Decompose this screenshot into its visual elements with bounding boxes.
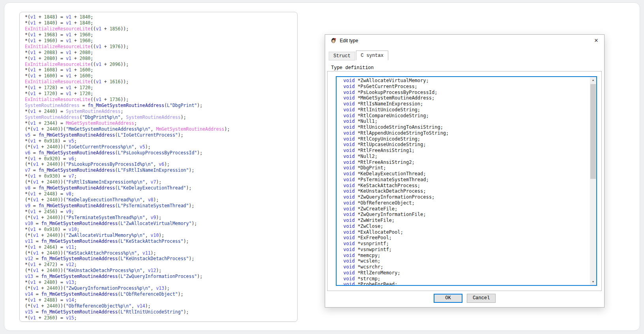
type-definition-line: void *PsGetCurrentProcess;: [343, 84, 590, 90]
pseudocode-line: v11 = fn_MmGetSystemRoutineAddress(L"KeS…: [25, 238, 230, 244]
type-definition-line: void *ZwCreateFile;: [343, 206, 590, 212]
close-button[interactable]: ✕: [588, 35, 604, 47]
ida-icon: [330, 38, 337, 44]
pseudocode-line: (*(v1 + 2440))("KeUnstackDetachProcess%p…: [25, 268, 230, 274]
pseudocode-line: ExInitializeResourceLite((v1 + 1856));: [25, 26, 230, 32]
type-definition-line: void *DbgPrint;: [343, 165, 590, 171]
pseudocode-line: *(v1 + 1608) = v1 + 1600;: [25, 67, 230, 73]
type-definition-line: void *ZwQueryInformationProcess;: [343, 194, 590, 200]
pseudocode-panel[interactable]: *(v1 + 1848) = v1 + 1840;*(v1 + 1840) = …: [19, 12, 298, 322]
type-definition-line: void *Null2;: [343, 154, 590, 159]
pseudocode-line: *(v1 + 2080) = v1 + 2080;: [25, 56, 230, 62]
type-definition-line: void *RtlIsNameInExpression;: [343, 101, 590, 107]
pseudocode-line: *(v1 + 2472) = v12;: [25, 262, 230, 268]
type-definition-line: void *RtlFreeAnsiString2;: [343, 159, 590, 165]
type-definition-line: void *KeStackAttachProcess;: [343, 183, 590, 189]
pseudocode-line: ExInitializeResourceLite((v1 + 1616));: [25, 79, 230, 85]
pseudocode-line: *(v1 + 1600) = v1 + 1600;: [25, 73, 230, 79]
scroll-down-icon: ▼: [592, 280, 595, 283]
type-definition-editor[interactable]: void *ZwAllocateVirtualMemory;void *PsGe…: [336, 76, 597, 286]
pseudocode-line: v15 = fn_MmGetSystemRoutineAddress(L"Rtl…: [25, 309, 230, 315]
pseudocode-line: *(v1 + 0x920) = v6;: [25, 156, 230, 162]
cancel-button[interactable]: Cancel: [467, 294, 496, 303]
type-definition-line: void *ZwWriteFile;: [343, 218, 590, 223]
type-definition-line: void *MmGetSystemRoutineAddress;: [343, 95, 590, 101]
scrollbar-thumb[interactable]: [590, 84, 596, 179]
type-definition-line: void *wcsrchr;: [343, 264, 590, 270]
edit-type-dialog: Edit type ✕ Struct C syntax Type definit…: [325, 34, 605, 308]
pseudocode-line: *(v1 + 1960) = v1 + 1960;: [25, 38, 230, 44]
type-definition-line: void *RtlUpcaseUnicodeString;: [343, 142, 590, 148]
pseudocode-line: v5 = fn_MmGetSystemRoutineAddress(L"IoGe…: [25, 132, 230, 138]
pseudocode-line: *(v1 + 1728) = v1 + 1720;: [25, 85, 230, 91]
type-definition-group: Type definition void *ZwAllocateVirtualM…: [327, 71, 602, 291]
pseudocode-text: *(v1 + 1848) = v1 + 1840;*(v1 + 1840) = …: [25, 14, 230, 321]
pseudocode-line: *(v1 + 2480) = v13;: [25, 280, 230, 285]
type-definition-line: void *RtlUnicodeStringToAnsiString;: [343, 124, 590, 130]
pseudocode-line: *(v1 + 1968) = v1 + 1960;: [25, 32, 230, 38]
dialog-tabs: Struct C syntax: [329, 51, 388, 60]
pseudocode-line: v10 = fn_MmGetSystemRoutineAddress(L"ZwA…: [25, 221, 230, 227]
scroll-up-icon: ▲: [592, 79, 595, 81]
pseudocode-line: *(v1 + 1848) = v1 + 1840;: [25, 14, 230, 20]
dialog-buttons: OK Cancel: [325, 294, 604, 303]
type-definition-line: void *strcmp;: [343, 276, 590, 282]
type-definition-line: void *vsnprintf;: [343, 241, 590, 247]
dialog-titlebar[interactable]: Edit type ✕: [325, 35, 604, 47]
pseudocode-line: (*(v1 + 2440))("PsTerminateSystemThread%…: [25, 215, 230, 221]
pseudocode-line: *(v1 + 2488) = v14;: [25, 297, 230, 303]
pseudocode-line: (*(v1 + 2440))("KeStackAttachProcess%p\n…: [25, 250, 230, 256]
scroll-down-button[interactable]: ▼: [590, 279, 596, 285]
pseudocode-line: (*(v1 + 2440))("ObfReferenceObject%p\n",…: [25, 303, 230, 309]
type-definition-line: void *RtlZeroMemory;: [343, 270, 590, 276]
close-icon: ✕: [594, 38, 599, 43]
type-definition-line: void *ProbeForRead;: [343, 281, 590, 285]
type-definition-line: void *RtlCopyUnicodeString;: [343, 136, 590, 142]
pseudocode-line: SystemRoutineAddress = fn_MmGetSystemRou…: [25, 103, 230, 109]
type-definition-line: void *RtlFreeAnsiString1;: [343, 148, 590, 154]
type-definition-line: void *PsTerminateSystemThread;: [343, 177, 590, 183]
editor-scrollbar[interactable]: ▲ ▼: [590, 77, 596, 285]
pseudocode-line: (*(v1 + 2440))("FsRtlIsNameInExpression%…: [25, 179, 230, 185]
pseudocode-line: (*(v1 + 2440))("ZwQueryInformationProces…: [25, 285, 230, 291]
pseudocode-line: *(v1 + 1720) = v1 + 1720;: [25, 91, 230, 97]
type-definition-line: void *ZwClose;: [343, 223, 590, 229]
pseudocode-line: v14 = fn_MmGetSystemRoutineAddress(L"Obf…: [25, 291, 230, 297]
dialog-title: Edit type: [340, 35, 358, 47]
pseudocode-line: (*(v1 + 2440))("ZwAllocateVirtualMemory%…: [25, 233, 230, 238]
pseudocode-line: *(v1 + 2344) = MmGetSystemRoutineAddress…: [25, 120, 230, 126]
type-definition-line: void *wcslen;: [343, 258, 590, 264]
pseudocode-line: *(v1 + 2360) = v15;: [25, 315, 230, 321]
pseudocode-line: *(v1 + 0x910) = v10;: [25, 227, 230, 233]
pseudocode-line: v12 = fn_MmGetSystemRoutineAddress(L"KeU…: [25, 256, 230, 262]
type-definition-line: void *ExAllocatePool;: [343, 229, 590, 235]
type-definition-line: void *KeDelayExecutionThread;: [343, 171, 590, 177]
pseudocode-line: SystemRoutineAddress("DbgPrint%p\n", Sys…: [25, 114, 230, 120]
tab-struct[interactable]: Struct: [329, 52, 355, 60]
pseudocode-line: *(v1 + 2464) = v11;: [25, 244, 230, 250]
type-definition-line: void *ExFreePool;: [343, 235, 590, 241]
tab-c-syntax[interactable]: C syntax: [356, 51, 388, 60]
pseudocode-line: ExInitializeResourceLite((v1 + 1976));: [25, 44, 230, 50]
pseudocode-line: ExInitializeResourceLite((v1 + 1736));: [25, 97, 230, 103]
pseudocode-line: (*(v1 + 2440))("IoGetCurrentProcess%p\n"…: [25, 144, 230, 150]
pseudocode-line: *(v1 + 1840) = v1 + 1840;: [25, 20, 230, 26]
type-definition-line: void *ZwQueryInformationFile;: [343, 212, 590, 218]
pseudocode-line: (*(v1 + 2440))("KeDelayExecutionThread%p…: [25, 197, 230, 203]
scroll-up-button[interactable]: ▲: [590, 77, 596, 83]
ok-button[interactable]: OK: [434, 294, 462, 303]
type-definition-line: void *Null1;: [343, 118, 590, 124]
type-definition-line: void *PsLookupProcessByProcessId;: [343, 90, 590, 96]
pseudocode-line: v7 = fn_MmGetSystemRoutineAddress(L"FsRt…: [25, 167, 230, 173]
pseudocode-line: *(v1 + 2448) = v8;: [25, 191, 230, 197]
type-definition-label: Type definition: [330, 65, 374, 71]
type-definition-line: void *memcpy;: [343, 253, 590, 259]
type-definition-line: void *RtlAppendUnicodeStringToString;: [343, 130, 590, 136]
pseudocode-line: *(v1 + 0x918) = v5;: [25, 138, 230, 144]
pseudocode-line: v6 = fn_MmGetSystemRoutineAddress(L"PsLo…: [25, 150, 230, 156]
type-definition-line: void *RtlCompareUnicodeString;: [343, 113, 590, 119]
type-definition-line: void *KeUnstackDetachProcess;: [343, 188, 590, 194]
pseudocode-line: *(v1 + 2440) = SystemRoutineAddress;: [25, 109, 230, 114]
type-definition-text: void *ZwAllocateVirtualMemory;void *PsGe…: [337, 78, 590, 285]
type-definition-line: void *ObfReferenceObject;: [343, 200, 590, 206]
